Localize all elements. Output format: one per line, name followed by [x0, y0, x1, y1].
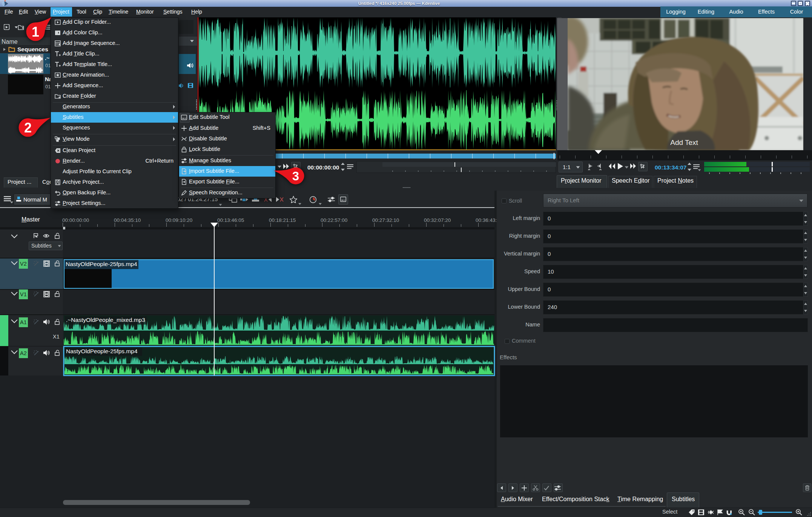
svg-text:3: 3 [292, 169, 299, 183]
